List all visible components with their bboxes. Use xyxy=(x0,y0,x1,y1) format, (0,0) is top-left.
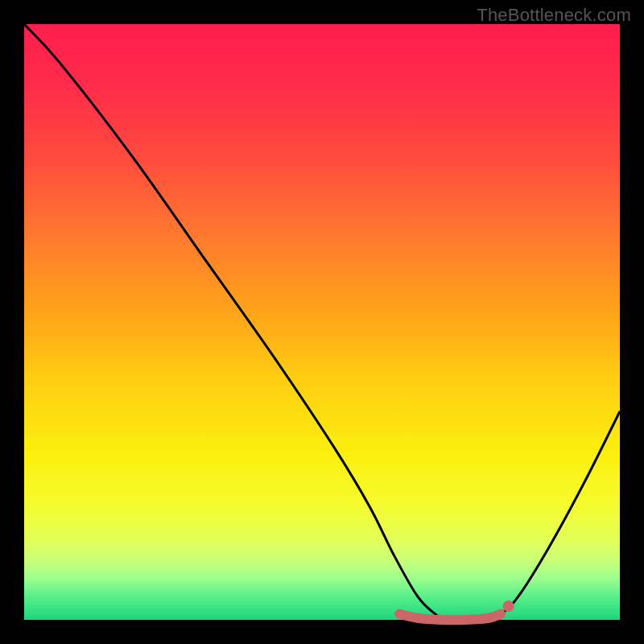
markers xyxy=(503,601,514,612)
chart-stage: TheBottleneck.com xyxy=(0,0,644,644)
watermark-text: TheBottleneck.com xyxy=(477,5,631,26)
plot-area xyxy=(24,24,620,620)
bottleneck-chart xyxy=(0,0,644,644)
optimal-point xyxy=(503,601,514,612)
